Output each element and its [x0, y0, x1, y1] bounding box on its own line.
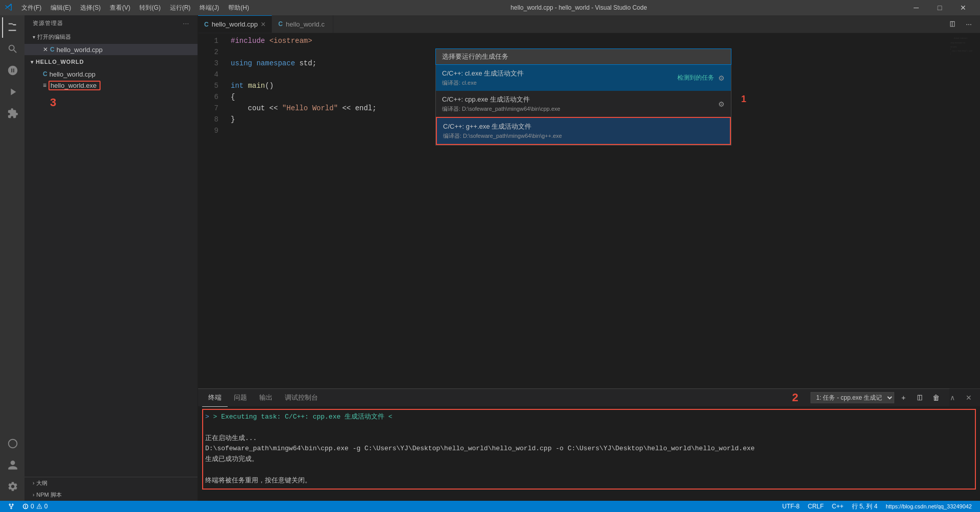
cursor-position: 行 5, 列 4	[852, 502, 878, 511]
terminal-selector[interactable]: 1: 任务 - cpp.exe 生成记	[811, 392, 894, 403]
tab-icon-c: C	[278, 20, 283, 28]
file-name-cpp: hello_world.cpp	[50, 70, 95, 78]
cpp-icon: C	[43, 70, 47, 78]
panel-tab-problems[interactable]: 问题	[228, 389, 253, 407]
activity-extensions[interactable]	[2, 103, 22, 124]
panel-tab-output[interactable]: 输出	[253, 389, 279, 407]
exe-file-label-box: hello_world.exe	[48, 81, 101, 90]
command-input[interactable]: 选择要运行的生成任务	[435, 48, 731, 65]
terminal-prompt: >	[205, 413, 213, 421]
status-language[interactable]: C++	[828, 501, 848, 512]
menu-select[interactable]: 选择(S)	[76, 3, 105, 13]
menu-bar: 文件(F) 编辑(E) 选择(S) 查看(V) 转到(G) 运行(R) 终端(J…	[17, 3, 253, 13]
status-cursor[interactable]: 行 5, 列 4	[848, 501, 882, 512]
command-item-cpp-subtitle: 编译器: D:\sofeware_path\mingw64\bin\cpp.ex…	[442, 105, 560, 113]
sidebar: 资源管理器 ··· ▾ 打开的编辑器 ✕ C hello_world.cpp ▾…	[24, 15, 198, 501]
menu-file[interactable]: 文件(F)	[17, 3, 45, 13]
menu-help[interactable]: 帮助(H)	[224, 3, 253, 13]
tab-right-actions: ···	[945, 15, 980, 33]
activity-search[interactable]	[2, 39, 22, 59]
title-bar: 文件(F) 编辑(E) 选择(S) 查看(V) 转到(G) 运行(R) 终端(J…	[0, 0, 980, 15]
tab-close-btn[interactable]: ×	[261, 20, 265, 29]
open-editor-item[interactable]: ✕ C hello_world.cpp	[24, 44, 198, 55]
activity-run[interactable]	[2, 82, 22, 102]
annotation-3: 3	[50, 96, 56, 109]
npm-section[interactable]: › NPM 脚本	[24, 489, 198, 501]
file-item-cpp[interactable]: C hello_world.cpp	[24, 68, 198, 80]
detected-badge: 检测到的任务	[677, 74, 714, 82]
status-line-ending[interactable]: CRLF	[803, 501, 827, 512]
outline-section[interactable]: › 大纲	[24, 477, 198, 489]
main-layout: 资源管理器 ··· ▾ 打开的编辑器 ✕ C hello_world.cpp ▾…	[0, 15, 980, 501]
language-label: C++	[832, 503, 844, 510]
activity-files[interactable]	[2, 17, 22, 38]
activity-settings[interactable]	[2, 476, 22, 497]
terminal-content[interactable]: > > Executing task: C/C++: cpp.exe 生成活动文…	[198, 407, 980, 501]
line-ending-label: CRLF	[807, 503, 823, 510]
vscode-logo	[5, 4, 13, 12]
minimize-button[interactable]: ─	[904, 0, 928, 15]
chevron-down-icon-project: ▾	[31, 59, 34, 65]
minimap: #include <iostream> using namespace std;…	[949, 33, 980, 406]
status-link[interactable]: https://blog.csdn.net/qq_33249042	[881, 501, 976, 512]
sidebar-more-button[interactable]: ···	[183, 20, 189, 27]
terminal-line-6	[205, 465, 973, 476]
more-actions-button[interactable]: ···	[962, 17, 976, 31]
status-encoding[interactable]: UTF-8	[778, 501, 803, 512]
gear-icon-cl[interactable]: ⚙	[718, 74, 725, 82]
files-icon	[7, 22, 18, 33]
panel-tab-debug-console[interactable]: 调试控制台	[279, 389, 324, 407]
menu-edit[interactable]: 编辑(E)	[46, 3, 75, 13]
split-editor-icon	[949, 20, 956, 28]
activity-remote[interactable]	[2, 433, 22, 454]
maximize-button[interactable]: □	[928, 0, 951, 15]
tab-bar: C hello_world.cpp × C hello_world.c ···	[198, 15, 980, 33]
chevron-down-icon: ▾	[33, 34, 35, 40]
terminal-line-7: 终端将被任务重用，按任意键关闭。	[205, 476, 973, 486]
split-terminal-icon	[916, 394, 923, 401]
account-icon	[7, 459, 18, 471]
activity-git[interactable]	[2, 60, 22, 81]
command-item-cl-title: C/C++: cl.exe 生成活动文件	[442, 69, 524, 78]
command-item-cl[interactable]: C/C++: cl.exe 生成活动文件 编译器: cl.exe 检测到的任务 …	[436, 65, 731, 91]
status-git[interactable]	[4, 501, 18, 512]
annotation-2: 2	[792, 391, 798, 404]
new-terminal-button[interactable]: +	[896, 391, 911, 405]
tab-label-c: hello_world.c	[286, 20, 325, 28]
tab-hello-world-cpp[interactable]: C hello_world.cpp ×	[198, 15, 272, 33]
split-terminal-button[interactable]	[913, 391, 927, 405]
panel-tab-terminal[interactable]: 终端	[202, 389, 228, 407]
menu-view[interactable]: 查看(V)	[106, 3, 134, 13]
terminal-output-box: > > Executing task: C/C++: cpp.exe 生成活动文…	[202, 409, 976, 490]
project-section[interactable]: ▾ HELLO_WORLD	[24, 56, 198, 67]
status-errors[interactable]: 0 0	[18, 501, 52, 512]
open-editors-section[interactable]: ▾ 打开的编辑器	[24, 31, 198, 43]
settings-icon	[7, 481, 18, 492]
terminal-line-2	[205, 423, 973, 433]
menu-terminal[interactable]: 终端(J)	[195, 3, 223, 13]
anno3-area: 3	[24, 96, 198, 111]
gear-icon-cpp[interactable]: ⚙	[718, 100, 725, 108]
command-item-cpp[interactable]: C/C++: cpp.exe 生成活动文件 编译器: D:\sofeware_p…	[436, 91, 731, 117]
command-item-gpp[interactable]: C/C++: g++.exe 生成活动文件 编译器: D:\sofeware_p…	[436, 117, 731, 145]
status-link-label: https://blog.csdn.net/qq_33249042	[886, 503, 972, 509]
activity-bar-bottom	[2, 433, 22, 501]
chevron-right-icon: ›	[33, 480, 34, 486]
command-placeholder: 选择要运行的生成任务	[442, 53, 508, 60]
close-button[interactable]: ✕	[951, 0, 975, 15]
window-title: hello_world.cpp - hello_world - Visual S…	[510, 4, 647, 11]
kill-terminal-button[interactable]: 🗑	[929, 391, 943, 405]
activity-account[interactable]	[2, 455, 22, 475]
npm-label: NPM 脚本	[36, 491, 62, 499]
menu-run[interactable]: 运行(R)	[166, 3, 195, 13]
file-name-exe: hello_world.exe	[51, 82, 96, 89]
code-line-1: #include <iostream>	[231, 35, 949, 46]
menu-goto[interactable]: 转到(G)	[135, 3, 164, 13]
project-name: HELLO_WORLD	[36, 59, 84, 65]
split-editor-button[interactable]	[945, 17, 960, 31]
editor-area: C hello_world.cpp × C hello_world.c ··· …	[198, 15, 980, 501]
file-item-exe[interactable]: ≡ hello_world.exe	[24, 80, 198, 91]
tab-hello-world-c[interactable]: C hello_world.c	[272, 15, 333, 33]
close-icon[interactable]: ✕	[43, 46, 48, 53]
command-item-cpp-left: C/C++: cpp.exe 生成活动文件 编译器: D:\sofeware_p…	[442, 95, 560, 113]
